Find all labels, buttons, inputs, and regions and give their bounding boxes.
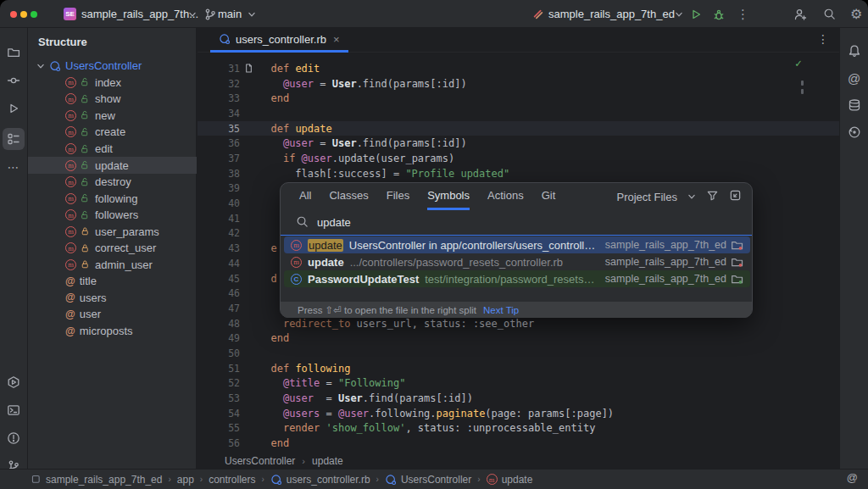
ai-assistant-status-icon[interactable]: @	[847, 471, 858, 484]
popup-tab-classes[interactable]: Classes	[329, 183, 368, 210]
tool-bell-icon[interactable]	[843, 40, 865, 62]
editor-tab-bar: users_controller.rb × ⋮	[198, 28, 839, 53]
tool-ai-assistant-icon[interactable]: @	[843, 67, 865, 89]
tool-folder-icon[interactable]	[3, 42, 25, 64]
branch-name[interactable]: main	[218, 0, 242, 28]
editor-options-kebab-icon[interactable]: ⋮	[817, 32, 829, 46]
popup-toolbar: Project Files	[616, 183, 742, 210]
structure-item-index[interactable]: mindex	[28, 75, 197, 92]
breadcrumb-UsersController[interactable]: UsersController	[225, 455, 295, 467]
nav-separator: ›	[168, 475, 170, 484]
search-everywhere-icon[interactable]	[823, 0, 836, 28]
structure-item-user[interactable]: @user	[28, 306, 197, 323]
nav-item-update[interactable]: mupdate	[487, 474, 533, 486]
left-tool-strip: ⋯	[0, 28, 28, 469]
nav-item-sample_rails_app_7th_ed[interactable]: sample_rails_app_7th_ed	[31, 474, 162, 486]
close-window-button[interactable]	[10, 11, 17, 18]
method-icon: m	[65, 110, 76, 121]
tool-endpoints-icon[interactable]	[843, 121, 865, 143]
structure-item-edit[interactable]: medit	[28, 141, 197, 158]
structure-item-followers[interactable]: mfollowers	[28, 207, 197, 224]
public-lock-icon	[81, 110, 91, 120]
open-in-window-icon[interactable]	[729, 189, 742, 204]
private-lock-icon	[81, 259, 91, 270]
tool-run-icon[interactable]	[3, 97, 25, 119]
tool-more-icon[interactable]: ⋯	[3, 156, 25, 178]
popup-tab-actions[interactable]: Actions	[487, 183, 524, 210]
line-number: 43	[198, 242, 240, 254]
result-module: sample_rails_app_7th_ed	[605, 273, 743, 286]
tool-database-icon[interactable]	[843, 94, 865, 116]
tool-services-icon[interactable]	[3, 371, 25, 393]
tool-problems-icon[interactable]	[3, 427, 25, 449]
more-actions-kebab-icon[interactable]: ⋮	[737, 0, 749, 28]
branch-chevron[interactable]	[248, 0, 256, 28]
structure-item-title[interactable]: @title	[28, 273, 197, 290]
run-config-name[interactable]: sample_rails_app_7th_ed	[548, 0, 675, 28]
structure-item-destroy[interactable]: mdestroy	[28, 174, 197, 191]
popup-search-field[interactable]: update	[281, 210, 752, 236]
nav-separator: ›	[262, 475, 264, 484]
popup-tab-git[interactable]: Git	[542, 183, 556, 210]
line-number: 46	[198, 287, 240, 299]
structure-item-new[interactable]: mnew	[28, 108, 197, 125]
popup-tab-all[interactable]: All	[299, 183, 311, 210]
zoom-window-button[interactable]	[31, 11, 37, 18]
method-icon: m	[65, 176, 76, 187]
structure-item-admin_user[interactable]: madmin_user	[28, 257, 197, 274]
close-tab-icon[interactable]: ×	[333, 33, 340, 46]
structure-item-create[interactable]: mcreate	[28, 124, 197, 141]
popup-tab-files[interactable]: Files	[387, 183, 409, 210]
scope-chevron[interactable]	[687, 191, 696, 203]
method-icon: m	[65, 143, 76, 154]
tab-users-controller[interactable]: users_controller.rb ×	[210, 28, 348, 53]
minimize-window-button[interactable]	[20, 11, 27, 18]
nav-item-app[interactable]: app	[177, 474, 194, 486]
nav-item-UsersController[interactable]: UsersController	[385, 474, 471, 486]
result-name: update	[308, 256, 344, 269]
search-result-update[interactable]: mupdateUsersController in app/controller…	[284, 236, 750, 253]
run-button[interactable]	[689, 0, 703, 28]
code-line-31: 31 def edit	[198, 61, 839, 76]
chevron-down-icon[interactable]	[36, 62, 45, 70]
filter-icon[interactable]	[706, 189, 719, 204]
settings-gear-icon[interactable]: ⚙	[850, 0, 862, 28]
structure-item-label: new	[95, 109, 115, 122]
structure-item-label: admin_user	[95, 258, 153, 271]
structure-item-update[interactable]: mupdate	[28, 157, 197, 174]
run-config-chevron[interactable]	[675, 0, 683, 28]
structure-item-correct_user[interactable]: mcorrect_user	[28, 240, 197, 257]
structure-item-show[interactable]: mshow	[28, 91, 197, 108]
match-text: update	[308, 239, 343, 252]
structure-item-label: user	[80, 308, 101, 320]
structure-item-users[interactable]: @users	[28, 290, 197, 307]
structure-item-microposts[interactable]: @microposts	[28, 323, 197, 340]
structure-item-user_params[interactable]: muser_params	[28, 223, 197, 240]
nav-item-users_controller.rb[interactable]: users_controller.rb	[270, 474, 370, 486]
code-line-54: 54 @users = @user.following.paginate(pag…	[198, 406, 839, 421]
search-result-update[interactable]: mupdate.../controllers/password_resets_c…	[284, 253, 750, 270]
structure-root-userscontroller[interactable]: UsersController	[28, 58, 197, 75]
next-tip-link[interactable]: Next Tip	[483, 305, 519, 315]
project-name[interactable]: sample_rails_app_7th...	[81, 0, 198, 28]
tool-terminal-icon[interactable]	[3, 399, 25, 421]
line-number: 38	[198, 168, 240, 180]
field-icon: @	[65, 308, 75, 320]
scope-selector[interactable]: Project Files	[616, 191, 677, 203]
private-lock-icon	[81, 226, 91, 236]
tool-commit-icon[interactable]	[3, 69, 25, 92]
breadcrumb-update[interactable]: update	[312, 455, 343, 467]
project-chevron[interactable]	[188, 0, 197, 28]
tool-structure-icon[interactable]	[3, 128, 25, 150]
code-line-33: 33 end	[198, 91, 839, 106]
code-with-me-icon[interactable]	[793, 0, 807, 28]
bookmark-icon[interactable]	[243, 63, 254, 74]
popup-tab-symbols[interactable]: Symbols	[427, 183, 470, 210]
search-everywhere-popup: AllClassesFilesSymbolsActionsGit Project…	[280, 182, 753, 318]
debug-button[interactable]	[712, 0, 726, 28]
structure-item-following[interactable]: mfollowing	[28, 190, 197, 207]
structure-item-label: edit	[95, 142, 113, 155]
search-result-PasswordUpdateTest[interactable]: CPasswordUpdateTesttest/integration/pass…	[284, 270, 750, 287]
nav-item-controllers[interactable]: controllers	[209, 474, 255, 486]
method-icon: m	[65, 193, 76, 204]
